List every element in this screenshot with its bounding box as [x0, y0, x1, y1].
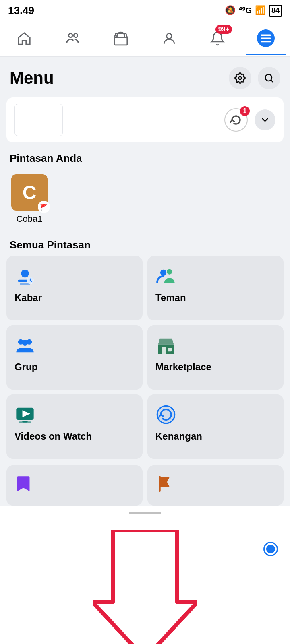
svg-marker-33: [93, 530, 197, 644]
scroll-bar: [129, 512, 161, 514]
svg-rect-29: [19, 421, 31, 423]
svg-rect-4: [261, 34, 271, 36]
kabar-icon: [14, 266, 35, 287]
teman-icon: [155, 266, 176, 287]
news-feed-icon: [14, 266, 35, 287]
videos-watch-icon: [14, 404, 35, 425]
group-icon: [14, 335, 35, 356]
shortcuts-grid: Kabar Teman Grup: [0, 256, 290, 465]
svg-rect-25: [168, 348, 172, 352]
grup-label: Grup: [14, 361, 37, 373]
notification-refresh-button[interactable]: 1: [224, 108, 248, 132]
svg-point-11: [21, 270, 29, 278]
battery-icon: 84: [269, 5, 282, 17]
search-button[interactable]: [258, 67, 280, 89]
shortcut-videos-watch[interactable]: Videos on Watch: [6, 394, 143, 459]
grup-icon: [14, 335, 35, 356]
shortcut-flag-icon: 🚩: [38, 201, 50, 213]
menu-avatar: [257, 29, 275, 47]
kenangan-icon: [155, 404, 176, 425]
shortcut-grup[interactable]: Grup: [6, 325, 143, 390]
svg-point-0: [69, 33, 73, 37]
flagged-icon: [155, 475, 173, 493]
nav-friends[interactable]: [52, 23, 93, 55]
shortcut-saved[interactable]: [6, 465, 143, 506]
svg-point-18: [160, 270, 166, 276]
kenangan-label: Kenangan: [155, 431, 202, 442]
notification-count-badge: 1: [240, 106, 250, 116]
semua-pintasan-title: Semua Pintasan: [0, 235, 290, 256]
svg-rect-2: [114, 37, 127, 45]
radio-outer-circle: [263, 542, 278, 556]
notification-badge: 99+: [215, 25, 232, 34]
profile-icon: [162, 31, 177, 46]
bell-mute-icon: 🔕: [225, 5, 236, 16]
shortcut-coba1[interactable]: C 🚩 Coba1: [6, 169, 52, 229]
arrow-annotation: [93, 530, 197, 644]
nav-marketplace[interactable]: [101, 23, 141, 55]
status-icons: 🔕 ⁴⁹G 📶 84: [225, 5, 282, 17]
header-action-icons: [229, 67, 280, 89]
radio-inner-circle: [266, 545, 275, 553]
nav-bar: 99+: [0, 21, 290, 57]
bottom-section: C Coba1 1 notifikasi: [0, 518, 290, 644]
svg-point-19: [167, 269, 172, 275]
profile-card-actions: 1: [224, 108, 276, 132]
shortcut-label: Coba1: [17, 214, 43, 224]
shortcut-avatar: C 🚩: [11, 174, 48, 211]
profile-card[interactable]: 1: [6, 97, 284, 142]
nav-home[interactable]: [4, 23, 44, 55]
videos-watch-label: Videos on Watch: [14, 431, 92, 442]
profile-avatar: [14, 104, 63, 136]
signal-bars-icon: 📶: [255, 5, 266, 16]
menu-header: Menu: [0, 57, 290, 94]
profile-dropdown-button[interactable]: [255, 109, 276, 130]
pintasan-anda-title: Pintasan Anda: [0, 149, 290, 169]
svg-point-7: [239, 77, 242, 80]
svg-point-22: [22, 340, 28, 346]
kabar-label: Kabar: [14, 292, 42, 303]
nav-profile[interactable]: [149, 23, 189, 55]
svg-point-8: [265, 74, 272, 81]
play-tv-icon: [14, 404, 35, 425]
scroll-indicator: [0, 506, 290, 518]
teman-label: Teman: [155, 292, 186, 303]
svg-line-9: [271, 80, 273, 82]
nav-notifications[interactable]: 99+: [197, 23, 238, 55]
status-bar: 13.49 🔕 ⁴⁹G 📶 84: [0, 0, 290, 21]
friends-people-icon: [155, 266, 176, 287]
nav-menu[interactable]: [246, 23, 286, 55]
memories-clock-icon: [155, 404, 176, 425]
svg-point-1: [74, 33, 78, 37]
shortcut-teman[interactable]: Teman: [147, 256, 284, 320]
chevron-down-icon: [260, 115, 270, 125]
home-icon: [17, 31, 32, 46]
status-time: 13.49: [8, 4, 34, 17]
bookmark-icon: [16, 475, 31, 492]
shortcut-flagged[interactable]: [147, 465, 284, 506]
settings-button[interactable]: [229, 67, 251, 89]
store-icon: [155, 335, 176, 356]
flag-icon: [157, 475, 172, 492]
menu-title: Menu: [10, 68, 54, 88]
svg-rect-24: [162, 347, 166, 354]
svg-rect-6: [261, 41, 271, 42]
shortcut-kabar[interactable]: Kabar: [6, 256, 143, 320]
marketplace-store-icon: [155, 335, 176, 356]
svg-point-3: [167, 33, 172, 39]
svg-rect-5: [261, 37, 271, 39]
shortcut-marketplace[interactable]: Marketplace: [147, 325, 284, 390]
marketplace-label: Marketplace: [155, 361, 211, 373]
signal-4g-icon: ⁴⁹G: [239, 6, 252, 15]
saved-icon: [14, 475, 32, 493]
shortcuts-grid-partial: [0, 465, 290, 506]
search-icon: [263, 72, 275, 84]
shortcut-kenangan[interactable]: Kenangan: [147, 394, 284, 459]
marketplace-icon: [113, 31, 128, 46]
gear-icon: [234, 72, 246, 84]
radio-selected[interactable]: [263, 542, 278, 556]
menu-lines-icon: [258, 31, 273, 46]
friends-icon: [65, 31, 80, 46]
pintasan-anda-list: C 🚩 Coba1: [0, 169, 290, 235]
